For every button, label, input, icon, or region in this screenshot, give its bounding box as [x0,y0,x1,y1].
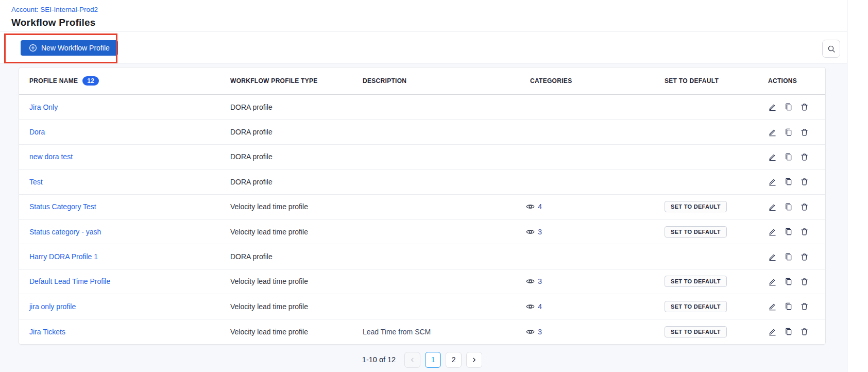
table-row: Status Category Test Velocity lead time … [19,195,825,219]
categories-count: 3 [538,277,542,285]
edit-button[interactable] [768,277,777,286]
trash-icon [800,202,809,211]
profile-name-link[interactable]: Status category - yash [29,228,101,236]
edit-button[interactable] [768,177,777,186]
column-header-categories: CATEGORIES [526,77,665,84]
search-button[interactable] [822,40,840,58]
profile-type-cell: Velocity lead time profile [226,202,359,211]
eye-icon[interactable] [526,328,535,335]
profile-name-cell: Status category - yash [19,227,226,236]
profile-type-cell: DORA profile [226,153,359,161]
copy-button[interactable] [784,277,793,286]
categories-count: 4 [538,202,542,211]
edit-button[interactable] [768,227,777,236]
delete-button[interactable] [800,153,809,161]
profile-name-link[interactable]: Dora [29,128,45,136]
profile-name-link[interactable]: jira only profile [29,302,76,311]
copy-button[interactable] [784,327,793,336]
set-to-default-cell: SET TO DEFAULT [665,326,753,337]
delete-button[interactable] [800,327,809,336]
table-row: Jira Only DORA profile [19,95,825,120]
actions-cell [753,252,825,261]
eye-icon[interactable] [526,203,535,210]
account-breadcrumb-link[interactable]: Account: SEI-Internal-Prod2 [11,6,98,13]
copy-icon [784,302,793,311]
trash-icon [800,128,809,137]
new-workflow-profile-button[interactable]: New Workflow Profile [21,40,118,56]
copy-button[interactable] [784,153,793,161]
pagination-next-button[interactable] [466,352,482,368]
trash-icon [800,177,809,186]
edit-button[interactable] [768,327,777,336]
profile-name-link[interactable]: Jira Only [29,103,58,111]
pagination-page-button-2[interactable]: 2 [446,352,462,368]
delete-button[interactable] [800,277,809,286]
set-to-default-badge: SET TO DEFAULT [665,301,727,312]
edit-button[interactable] [768,302,777,311]
delete-button[interactable] [800,177,809,186]
edit-icon [768,277,777,286]
edit-icon [768,153,777,161]
copy-button[interactable] [784,202,793,211]
edit-icon [768,177,777,186]
trash-icon [800,153,809,161]
profile-name-cell: Status Category Test [19,202,226,211]
categories-cell: 3 [526,228,665,236]
copy-button[interactable] [784,227,793,236]
copy-button[interactable] [784,128,793,137]
copy-icon [784,327,793,336]
set-to-default-cell: SET TO DEFAULT [665,226,753,238]
set-to-default-badge: SET TO DEFAULT [665,226,727,238]
edit-icon [768,252,777,261]
column-header-set-to-default: SET TO DEFAULT [665,77,753,84]
table-row: Jira Tickets Velocity lead time profile … [19,319,825,344]
eye-icon[interactable] [526,303,535,310]
profile-name-link[interactable]: new dora test [29,153,73,161]
trash-icon [800,327,809,336]
eye-icon[interactable] [526,278,535,285]
edit-button[interactable] [768,202,777,211]
edit-button[interactable] [768,153,777,161]
profile-name-link[interactable]: Test [29,178,43,186]
eye-icon[interactable] [526,228,535,235]
copy-button[interactable] [784,177,793,186]
copy-button[interactable] [784,103,793,111]
profile-name-link[interactable]: Jira Tickets [29,328,65,336]
profile-name-cell: new dora test [19,152,226,161]
plus-circle-icon [29,44,37,52]
profile-name-link[interactable]: Default Lead Time Profile [29,277,110,285]
profile-name-cell: Jira Tickets [19,327,226,336]
pagination-page-button-1[interactable]: 1 [425,352,441,368]
delete-button[interactable] [800,252,809,261]
copy-icon [784,103,793,111]
categories-cell: 3 [526,277,665,285]
delete-button[interactable] [800,302,809,311]
table-row: Dora DORA profile [19,120,825,144]
profile-name-cell: Jira Only [19,103,226,112]
edit-button[interactable] [768,128,777,137]
delete-button[interactable] [800,202,809,211]
actions-cell [753,128,825,137]
pagination-prev-button[interactable] [404,352,420,368]
profile-type-cell: DORA profile [226,128,359,136]
edit-icon [768,327,777,336]
edit-button[interactable] [768,252,777,261]
copy-button[interactable] [784,302,793,311]
toolbar: New Workflow Profile [0,31,847,63]
profile-name-cell: Dora [19,127,226,137]
delete-button[interactable] [800,103,809,111]
set-to-default-badge: SET TO DEFAULT [665,326,727,337]
profile-name-link[interactable]: Status Category Test [29,202,96,211]
categories-cell: 3 [526,328,665,336]
delete-button[interactable] [800,128,809,137]
copy-icon [784,277,793,286]
column-header-actions: ACTIONS [753,77,825,84]
profiles-table: PROFILE NAME 12 WORKFLOW PROFILE TYPE DE… [19,67,826,345]
copy-button[interactable] [784,252,793,261]
page-number-buttons: 12 [425,352,462,368]
profile-name-link[interactable]: Harry DORA Profile 1 [29,252,98,261]
categories-cell: 4 [526,202,665,211]
delete-button[interactable] [800,227,809,236]
categories-cell: 4 [526,302,665,311]
edit-button[interactable] [768,103,777,111]
